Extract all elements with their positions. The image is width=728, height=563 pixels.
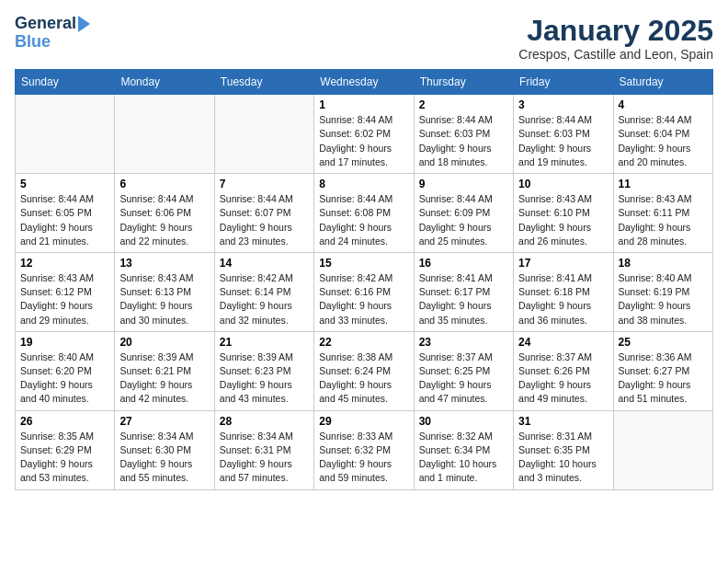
day-info: Sunrise: 8:44 AMSunset: 6:07 PMDaylight:… (220, 192, 309, 248)
day-cell-w3-d5: 16Sunrise: 8:41 AMSunset: 6:17 PMDayligh… (414, 252, 513, 331)
day-info: Sunrise: 8:40 AMSunset: 6:19 PMDaylight:… (619, 271, 708, 327)
day-number: 27 (119, 415, 209, 428)
day-cell-w1-d1 (16, 95, 115, 174)
logo: General Blue (15, 15, 90, 52)
day-info: Sunrise: 8:43 AMSunset: 6:13 PMDaylight:… (119, 271, 209, 327)
col-header-thursday: Thursday (414, 70, 513, 95)
col-header-friday: Friday (514, 70, 613, 95)
logo-arrow-icon (78, 16, 90, 32)
day-cell-w4-d1: 19Sunrise: 8:40 AMSunset: 6:20 PMDayligh… (16, 331, 115, 410)
day-info: Sunrise: 8:42 AMSunset: 6:14 PMDaylight:… (220, 271, 309, 327)
day-cell-w4-d5: 23Sunrise: 8:37 AMSunset: 6:25 PMDayligh… (414, 331, 513, 410)
day-info: Sunrise: 8:41 AMSunset: 6:17 PMDaylight:… (419, 271, 508, 327)
day-number: 26 (20, 415, 109, 428)
day-cell-w1-d5: 2Sunrise: 8:44 AMSunset: 6:03 PMDaylight… (414, 95, 513, 174)
day-number: 8 (319, 178, 408, 190)
day-number: 15 (319, 257, 408, 270)
day-number: 11 (619, 178, 708, 190)
day-info: Sunrise: 8:33 AMSunset: 6:32 PMDaylight:… (319, 430, 408, 486)
week-row-4: 19Sunrise: 8:40 AMSunset: 6:20 PMDayligh… (16, 331, 713, 410)
calendar-header-row: Sunday Monday Tuesday Wednesday Thursday… (16, 70, 713, 95)
week-row-2: 5Sunrise: 8:44 AMSunset: 6:05 PMDaylight… (16, 174, 713, 253)
day-cell-w1-d2 (115, 95, 214, 174)
day-info: Sunrise: 8:31 AMSunset: 6:35 PMDaylight:… (518, 430, 608, 486)
day-number: 17 (518, 257, 608, 270)
day-cell-w3-d4: 15Sunrise: 8:42 AMSunset: 6:16 PMDayligh… (314, 252, 414, 331)
day-info: Sunrise: 8:37 AMSunset: 6:25 PMDaylight:… (419, 350, 508, 407)
day-info: Sunrise: 8:43 AMSunset: 6:10 PMDaylight:… (518, 192, 608, 248)
day-info: Sunrise: 8:37 AMSunset: 6:26 PMDaylight:… (518, 350, 608, 407)
day-cell-w2-d4: 8Sunrise: 8:44 AMSunset: 6:08 PMDaylight… (314, 174, 414, 253)
day-info: Sunrise: 8:41 AMSunset: 6:18 PMDaylight:… (518, 271, 608, 327)
day-info: Sunrise: 8:44 AMSunset: 6:02 PMDaylight:… (319, 113, 408, 169)
day-info: Sunrise: 8:42 AMSunset: 6:16 PMDaylight:… (319, 271, 408, 327)
day-number: 1 (319, 98, 408, 111)
day-number: 5 (20, 178, 109, 190)
day-cell-w5-d2: 27Sunrise: 8:34 AMSunset: 6:30 PMDayligh… (115, 410, 214, 489)
day-cell-w5-d3: 28Sunrise: 8:34 AMSunset: 6:31 PMDayligh… (214, 410, 313, 489)
day-number: 28 (220, 415, 309, 428)
day-info: Sunrise: 8:38 AMSunset: 6:24 PMDaylight:… (319, 350, 408, 407)
day-number: 24 (518, 336, 608, 349)
week-row-1: 1Sunrise: 8:44 AMSunset: 6:02 PMDaylight… (16, 95, 713, 174)
day-cell-w1-d7: 4Sunrise: 8:44 AMSunset: 6:04 PMDaylight… (613, 95, 712, 174)
day-info: Sunrise: 8:44 AMSunset: 6:09 PMDaylight:… (419, 192, 508, 248)
day-number: 2 (419, 98, 508, 111)
day-cell-w4-d3: 21Sunrise: 8:39 AMSunset: 6:23 PMDayligh… (214, 331, 313, 410)
col-header-wednesday: Wednesday (314, 70, 414, 95)
day-info: Sunrise: 8:44 AMSunset: 6:04 PMDaylight:… (619, 113, 708, 169)
day-number: 31 (518, 415, 608, 428)
day-cell-w3-d7: 18Sunrise: 8:40 AMSunset: 6:19 PMDayligh… (613, 252, 712, 331)
day-info: Sunrise: 8:39 AMSunset: 6:21 PMDaylight:… (119, 350, 209, 407)
day-cell-w3-d3: 14Sunrise: 8:42 AMSunset: 6:14 PMDayligh… (214, 252, 313, 331)
title-block: January 2025 Crespos, Castille and Leon,… (518, 15, 713, 62)
day-info: Sunrise: 8:43 AMSunset: 6:11 PMDaylight:… (619, 192, 708, 248)
day-info: Sunrise: 8:44 AMSunset: 6:03 PMDaylight:… (518, 113, 608, 169)
week-row-5: 26Sunrise: 8:35 AMSunset: 6:29 PMDayligh… (16, 410, 713, 489)
day-number: 29 (319, 415, 408, 428)
day-cell-w5-d1: 26Sunrise: 8:35 AMSunset: 6:29 PMDayligh… (16, 410, 115, 489)
day-number: 6 (119, 178, 209, 190)
day-number: 9 (419, 178, 508, 190)
day-cell-w2-d1: 5Sunrise: 8:44 AMSunset: 6:05 PMDaylight… (16, 174, 115, 253)
day-cell-w3-d6: 17Sunrise: 8:41 AMSunset: 6:18 PMDayligh… (514, 252, 613, 331)
day-cell-w4-d6: 24Sunrise: 8:37 AMSunset: 6:26 PMDayligh… (514, 331, 613, 410)
location-text: Crespos, Castille and Leon, Spain (518, 47, 713, 62)
day-info: Sunrise: 8:44 AMSunset: 6:08 PMDaylight:… (319, 192, 408, 248)
day-info: Sunrise: 8:34 AMSunset: 6:31 PMDaylight:… (220, 430, 309, 486)
day-info: Sunrise: 8:39 AMSunset: 6:23 PMDaylight:… (220, 350, 309, 407)
page-container: General Blue January 2025 Crespos, Casti… (0, 0, 728, 500)
day-cell-w4-d2: 20Sunrise: 8:39 AMSunset: 6:21 PMDayligh… (115, 331, 214, 410)
day-cell-w3-d2: 13Sunrise: 8:43 AMSunset: 6:13 PMDayligh… (115, 252, 214, 331)
day-cell-w3-d1: 12Sunrise: 8:43 AMSunset: 6:12 PMDayligh… (16, 252, 115, 331)
day-cell-w4-d7: 25Sunrise: 8:36 AMSunset: 6:27 PMDayligh… (613, 331, 712, 410)
day-number: 21 (220, 336, 309, 349)
day-number: 23 (419, 336, 508, 349)
day-cell-w5-d4: 29Sunrise: 8:33 AMSunset: 6:32 PMDayligh… (314, 410, 414, 489)
logo-text-general: General (15, 15, 76, 33)
day-cell-w2-d7: 11Sunrise: 8:43 AMSunset: 6:11 PMDayligh… (613, 174, 712, 253)
day-cell-w4-d4: 22Sunrise: 8:38 AMSunset: 6:24 PMDayligh… (314, 331, 414, 410)
day-number: 3 (518, 98, 608, 111)
day-cell-w1-d3 (214, 95, 313, 174)
day-number: 22 (319, 336, 408, 349)
day-cell-w1-d4: 1Sunrise: 8:44 AMSunset: 6:02 PMDaylight… (314, 95, 414, 174)
header: General Blue January 2025 Crespos, Casti… (15, 15, 713, 62)
day-cell-w5-d6: 31Sunrise: 8:31 AMSunset: 6:35 PMDayligh… (514, 410, 613, 489)
day-info: Sunrise: 8:43 AMSunset: 6:12 PMDaylight:… (20, 271, 109, 327)
day-number: 4 (619, 98, 708, 111)
calendar-table: Sunday Monday Tuesday Wednesday Thursday… (15, 69, 713, 489)
day-info: Sunrise: 8:44 AMSunset: 6:06 PMDaylight:… (119, 192, 209, 248)
day-cell-w2-d6: 10Sunrise: 8:43 AMSunset: 6:10 PMDayligh… (514, 174, 613, 253)
month-title: January 2025 (518, 15, 713, 47)
day-info: Sunrise: 8:34 AMSunset: 6:30 PMDaylight:… (119, 430, 209, 486)
day-info: Sunrise: 8:36 AMSunset: 6:27 PMDaylight:… (619, 350, 708, 407)
day-cell-w2-d3: 7Sunrise: 8:44 AMSunset: 6:07 PMDaylight… (214, 174, 313, 253)
day-cell-w1-d6: 3Sunrise: 8:44 AMSunset: 6:03 PMDaylight… (514, 95, 613, 174)
day-info: Sunrise: 8:44 AMSunset: 6:03 PMDaylight:… (419, 113, 508, 169)
day-cell-w2-d2: 6Sunrise: 8:44 AMSunset: 6:06 PMDaylight… (115, 174, 214, 253)
day-info: Sunrise: 8:44 AMSunset: 6:05 PMDaylight:… (20, 192, 109, 248)
week-row-3: 12Sunrise: 8:43 AMSunset: 6:12 PMDayligh… (16, 252, 713, 331)
day-cell-w5-d5: 30Sunrise: 8:32 AMSunset: 6:34 PMDayligh… (414, 410, 513, 489)
day-number: 19 (20, 336, 109, 349)
